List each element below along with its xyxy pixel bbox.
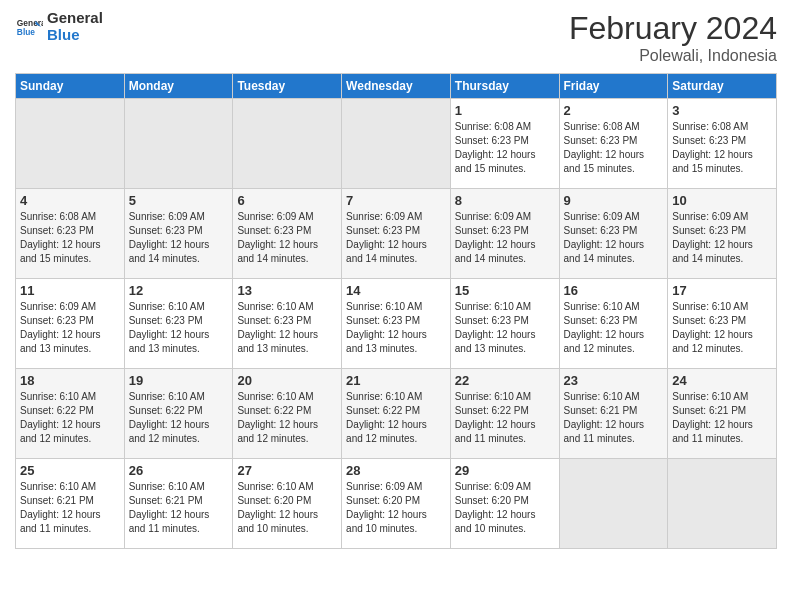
calendar-cell: 1Sunrise: 6:08 AM Sunset: 6:23 PM Daylig… bbox=[450, 99, 559, 189]
day-info: Sunrise: 6:10 AM Sunset: 6:22 PM Dayligh… bbox=[20, 390, 120, 446]
calendar-week-row: 11Sunrise: 6:09 AM Sunset: 6:23 PM Dayli… bbox=[16, 279, 777, 369]
day-number: 17 bbox=[672, 283, 772, 298]
day-number: 2 bbox=[564, 103, 664, 118]
calendar-cell: 24Sunrise: 6:10 AM Sunset: 6:21 PM Dayli… bbox=[668, 369, 777, 459]
day-info: Sunrise: 6:08 AM Sunset: 6:23 PM Dayligh… bbox=[455, 120, 555, 176]
calendar-cell: 9Sunrise: 6:09 AM Sunset: 6:23 PM Daylig… bbox=[559, 189, 668, 279]
calendar-cell: 25Sunrise: 6:10 AM Sunset: 6:21 PM Dayli… bbox=[16, 459, 125, 549]
calendar-cell: 27Sunrise: 6:10 AM Sunset: 6:20 PM Dayli… bbox=[233, 459, 342, 549]
calendar-cell: 29Sunrise: 6:09 AM Sunset: 6:20 PM Dayli… bbox=[450, 459, 559, 549]
day-number: 26 bbox=[129, 463, 229, 478]
calendar-cell: 28Sunrise: 6:09 AM Sunset: 6:20 PM Dayli… bbox=[342, 459, 451, 549]
day-number: 25 bbox=[20, 463, 120, 478]
day-info: Sunrise: 6:10 AM Sunset: 6:23 PM Dayligh… bbox=[129, 300, 229, 356]
calendar-cell: 5Sunrise: 6:09 AM Sunset: 6:23 PM Daylig… bbox=[124, 189, 233, 279]
day-info: Sunrise: 6:10 AM Sunset: 6:22 PM Dayligh… bbox=[346, 390, 446, 446]
weekday-header-tuesday: Tuesday bbox=[233, 74, 342, 99]
calendar-week-row: 1Sunrise: 6:08 AM Sunset: 6:23 PM Daylig… bbox=[16, 99, 777, 189]
day-info: Sunrise: 6:10 AM Sunset: 6:23 PM Dayligh… bbox=[237, 300, 337, 356]
day-number: 19 bbox=[129, 373, 229, 388]
calendar-table: SundayMondayTuesdayWednesdayThursdayFrid… bbox=[15, 73, 777, 549]
day-number: 22 bbox=[455, 373, 555, 388]
calendar-week-row: 25Sunrise: 6:10 AM Sunset: 6:21 PM Dayli… bbox=[16, 459, 777, 549]
day-info: Sunrise: 6:10 AM Sunset: 6:21 PM Dayligh… bbox=[129, 480, 229, 536]
day-number: 10 bbox=[672, 193, 772, 208]
calendar-cell bbox=[342, 99, 451, 189]
calendar-cell bbox=[668, 459, 777, 549]
day-info: Sunrise: 6:10 AM Sunset: 6:21 PM Dayligh… bbox=[20, 480, 120, 536]
day-info: Sunrise: 6:09 AM Sunset: 6:23 PM Dayligh… bbox=[237, 210, 337, 266]
day-info: Sunrise: 6:09 AM Sunset: 6:23 PM Dayligh… bbox=[455, 210, 555, 266]
calendar-cell bbox=[559, 459, 668, 549]
day-number: 15 bbox=[455, 283, 555, 298]
calendar-cell: 21Sunrise: 6:10 AM Sunset: 6:22 PM Dayli… bbox=[342, 369, 451, 459]
day-number: 12 bbox=[129, 283, 229, 298]
day-number: 18 bbox=[20, 373, 120, 388]
day-number: 13 bbox=[237, 283, 337, 298]
day-info: Sunrise: 6:10 AM Sunset: 6:22 PM Dayligh… bbox=[129, 390, 229, 446]
day-number: 20 bbox=[237, 373, 337, 388]
calendar-body: 1Sunrise: 6:08 AM Sunset: 6:23 PM Daylig… bbox=[16, 99, 777, 549]
day-number: 11 bbox=[20, 283, 120, 298]
calendar-subtitle: Polewali, Indonesia bbox=[569, 47, 777, 65]
calendar-cell: 16Sunrise: 6:10 AM Sunset: 6:23 PM Dayli… bbox=[559, 279, 668, 369]
logo-icon: General Blue bbox=[15, 13, 43, 41]
weekday-header-monday: Monday bbox=[124, 74, 233, 99]
calendar-title: February 2024 bbox=[569, 10, 777, 47]
day-number: 7 bbox=[346, 193, 446, 208]
day-info: Sunrise: 6:08 AM Sunset: 6:23 PM Dayligh… bbox=[672, 120, 772, 176]
day-info: Sunrise: 6:08 AM Sunset: 6:23 PM Dayligh… bbox=[564, 120, 664, 176]
day-info: Sunrise: 6:10 AM Sunset: 6:23 PM Dayligh… bbox=[455, 300, 555, 356]
day-info: Sunrise: 6:10 AM Sunset: 6:23 PM Dayligh… bbox=[564, 300, 664, 356]
weekday-header-thursday: Thursday bbox=[450, 74, 559, 99]
day-number: 9 bbox=[564, 193, 664, 208]
day-info: Sunrise: 6:09 AM Sunset: 6:23 PM Dayligh… bbox=[129, 210, 229, 266]
calendar-cell: 14Sunrise: 6:10 AM Sunset: 6:23 PM Dayli… bbox=[342, 279, 451, 369]
day-number: 16 bbox=[564, 283, 664, 298]
day-info: Sunrise: 6:09 AM Sunset: 6:20 PM Dayligh… bbox=[455, 480, 555, 536]
day-info: Sunrise: 6:09 AM Sunset: 6:23 PM Dayligh… bbox=[20, 300, 120, 356]
calendar-cell: 19Sunrise: 6:10 AM Sunset: 6:22 PM Dayli… bbox=[124, 369, 233, 459]
calendar-cell: 4Sunrise: 6:08 AM Sunset: 6:23 PM Daylig… bbox=[16, 189, 125, 279]
logo-line1: General bbox=[47, 10, 103, 27]
day-number: 21 bbox=[346, 373, 446, 388]
day-number: 3 bbox=[672, 103, 772, 118]
day-number: 14 bbox=[346, 283, 446, 298]
day-number: 23 bbox=[564, 373, 664, 388]
calendar-week-row: 4Sunrise: 6:08 AM Sunset: 6:23 PM Daylig… bbox=[16, 189, 777, 279]
day-info: Sunrise: 6:09 AM Sunset: 6:23 PM Dayligh… bbox=[564, 210, 664, 266]
weekday-header-row: SundayMondayTuesdayWednesdayThursdayFrid… bbox=[16, 74, 777, 99]
calendar-cell: 6Sunrise: 6:09 AM Sunset: 6:23 PM Daylig… bbox=[233, 189, 342, 279]
day-number: 27 bbox=[237, 463, 337, 478]
day-info: Sunrise: 6:10 AM Sunset: 6:20 PM Dayligh… bbox=[237, 480, 337, 536]
calendar-cell: 22Sunrise: 6:10 AM Sunset: 6:22 PM Dayli… bbox=[450, 369, 559, 459]
weekday-header-sunday: Sunday bbox=[16, 74, 125, 99]
day-number: 8 bbox=[455, 193, 555, 208]
calendar-cell: 10Sunrise: 6:09 AM Sunset: 6:23 PM Dayli… bbox=[668, 189, 777, 279]
calendar-header: SundayMondayTuesdayWednesdayThursdayFrid… bbox=[16, 74, 777, 99]
calendar-cell bbox=[124, 99, 233, 189]
calendar-cell bbox=[233, 99, 342, 189]
day-info: Sunrise: 6:08 AM Sunset: 6:23 PM Dayligh… bbox=[20, 210, 120, 266]
svg-text:Blue: Blue bbox=[17, 27, 35, 37]
day-info: Sunrise: 6:09 AM Sunset: 6:23 PM Dayligh… bbox=[672, 210, 772, 266]
logo-line2: Blue bbox=[47, 27, 103, 44]
day-info: Sunrise: 6:10 AM Sunset: 6:22 PM Dayligh… bbox=[237, 390, 337, 446]
page-header: General Blue General Blue February 2024 … bbox=[15, 10, 777, 65]
calendar-cell: 7Sunrise: 6:09 AM Sunset: 6:23 PM Daylig… bbox=[342, 189, 451, 279]
weekday-header-friday: Friday bbox=[559, 74, 668, 99]
calendar-week-row: 18Sunrise: 6:10 AM Sunset: 6:22 PM Dayli… bbox=[16, 369, 777, 459]
calendar-cell bbox=[16, 99, 125, 189]
calendar-cell: 18Sunrise: 6:10 AM Sunset: 6:22 PM Dayli… bbox=[16, 369, 125, 459]
calendar-cell: 8Sunrise: 6:09 AM Sunset: 6:23 PM Daylig… bbox=[450, 189, 559, 279]
weekday-header-wednesday: Wednesday bbox=[342, 74, 451, 99]
day-number: 4 bbox=[20, 193, 120, 208]
day-info: Sunrise: 6:09 AM Sunset: 6:20 PM Dayligh… bbox=[346, 480, 446, 536]
calendar-cell: 15Sunrise: 6:10 AM Sunset: 6:23 PM Dayli… bbox=[450, 279, 559, 369]
day-info: Sunrise: 6:09 AM Sunset: 6:23 PM Dayligh… bbox=[346, 210, 446, 266]
calendar-cell: 11Sunrise: 6:09 AM Sunset: 6:23 PM Dayli… bbox=[16, 279, 125, 369]
day-number: 29 bbox=[455, 463, 555, 478]
title-block: February 2024 Polewali, Indonesia bbox=[569, 10, 777, 65]
calendar-cell: 23Sunrise: 6:10 AM Sunset: 6:21 PM Dayli… bbox=[559, 369, 668, 459]
day-info: Sunrise: 6:10 AM Sunset: 6:21 PM Dayligh… bbox=[672, 390, 772, 446]
